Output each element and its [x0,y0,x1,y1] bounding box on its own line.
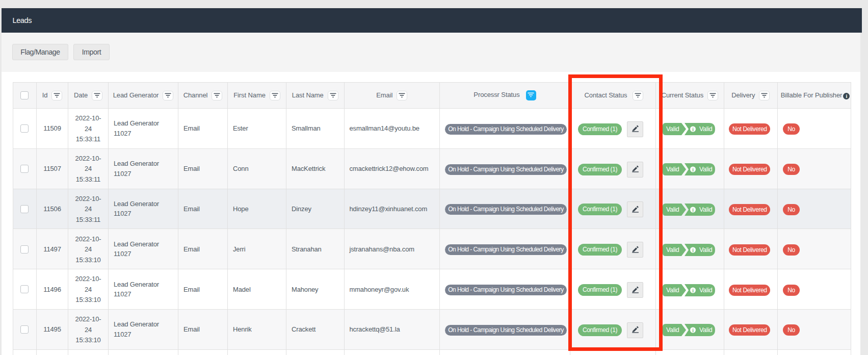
svg-text:Valid: Valid [666,166,679,173]
svg-text:Valid: Valid [666,287,679,294]
svg-text:Valid: Valid [666,326,679,334]
svg-text:Valid: Valid [699,326,713,334]
svg-text:Valid: Valid [699,287,713,294]
svg-text:Valid: Valid [699,206,713,213]
svg-text:Valid: Valid [699,166,713,173]
svg-text:Valid: Valid [666,246,679,253]
svg-text:Valid: Valid [699,246,713,253]
svg-text:Valid: Valid [666,125,679,133]
svg-text:Valid: Valid [699,125,713,133]
svg-text:Valid: Valid [666,206,679,213]
